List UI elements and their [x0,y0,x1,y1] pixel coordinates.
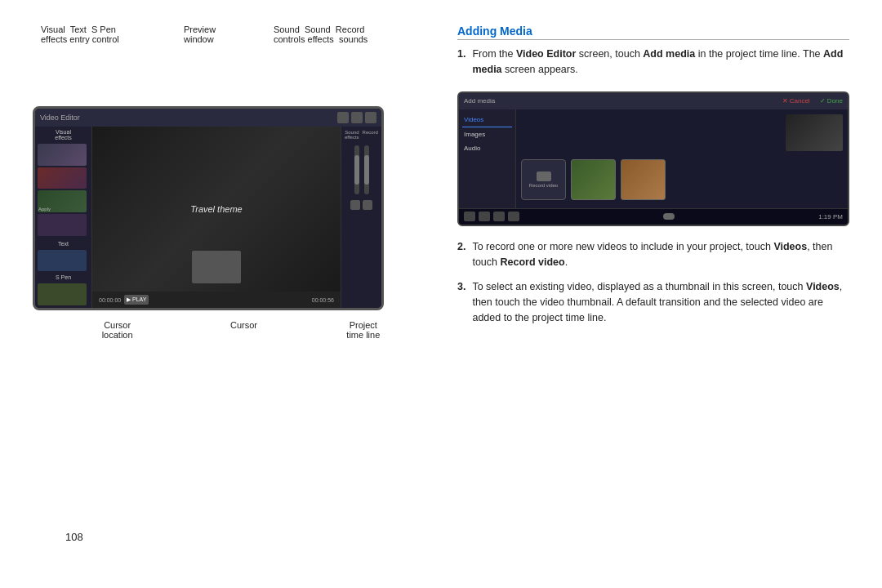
num-3: 3. [457,279,466,327]
volume-slider-2[interactable] [364,145,369,194]
screen-top-bar: Video Editor [35,109,381,127]
instruction-2: 2. To record one or more new videos to i… [457,239,849,271]
am-done-button[interactable]: ✓ Done [820,97,843,105]
tablet-screen: Video Editor Visualeffects [33,106,384,310]
thumb-2 [38,167,87,189]
section-title: Adding Media [457,24,849,40]
mic-icon [350,200,360,210]
preview-image-hint [192,251,241,283]
preview-controls: 00:00:00 ▶ PLAY 00:00:56 [92,292,341,308]
sound-label: Soundeffects [345,130,359,140]
page-number: 108 [65,531,83,543]
label-cursor-location: Cursor location [102,320,133,340]
label-sound-controls: Sound Sound Recordcontrols effects sound… [274,24,368,44]
app-title: Video Editor [40,114,334,122]
icon2 [351,112,363,123]
am-video-thumb-2[interactable] [621,159,666,200]
am-sidebar: Videos Images Audio [459,109,516,208]
volume-slider-1[interactable] [354,145,359,194]
am-record-video-button[interactable]: Record video [521,159,566,200]
am-top-section [521,114,843,151]
label-project-timeline: Project time line [346,320,380,340]
screen-right-panel: Soundeffects Record [341,127,381,308]
am-selected-preview [786,114,843,151]
right-icons [350,200,372,210]
sliders-row [354,145,369,194]
camera-icon [537,172,551,181]
am-videos-grid: Record video [521,159,843,200]
am-nav-recent[interactable] [493,212,505,221]
am-video-thumb-1[interactable] [571,159,616,200]
am-content: Videos Images Audio [459,109,848,208]
icon1 [337,112,349,123]
am-status-left [464,212,519,221]
preview-area: Travel theme [92,127,341,292]
thumb-3: Apply [38,190,87,212]
am-status-time: 1:19 PM [818,213,843,220]
cursor-line1: Cursor [230,320,257,330]
am-sidebar-images[interactable]: Images [462,127,512,141]
thumb-3-label: Apply [38,207,51,212]
instructions-list: 1. From the Video Editor screen, touch A… [457,47,849,327]
am-nav-screen[interactable] [508,212,519,221]
project-timeline-line1: Project [350,320,377,330]
play-button[interactable]: ▶ PLAY [124,295,149,305]
label-visual-effects: Visual Text S Peneffects entry control [41,24,119,44]
thumb-spen [38,283,87,305]
thumb-text [38,250,87,272]
project-timeline-line2: time line [346,330,380,340]
diagram-wrapper: Visual Text S Peneffects entry control P… [33,24,425,340]
thumb-1 [38,144,87,166]
record-label: Record [363,130,378,140]
top-icons [337,112,376,123]
instruction-3: 3. To select an existing video, displaye… [457,279,849,327]
add-media-screen: Add media ✕ Cancel ✓ Done Videos Images … [457,91,849,226]
am-record-label: Record video [529,183,558,188]
instruction-1: 1. From the Video Editor screen, touch A… [457,47,849,78]
thumb-4 [38,214,87,236]
preview-title: Travel theme [190,204,242,214]
cursor-location-line1: Cursor [104,320,131,330]
am-main: Record video [516,109,848,208]
left-column: Visual Text S Peneffects entry control P… [33,24,425,564]
label-cursor: Cursor [230,320,257,340]
instruction-3-text: To select an existing video, displayed a… [472,279,849,327]
am-cancel-button[interactable]: ✕ Cancel [782,97,810,105]
time-end: 00:00:56 [312,297,334,303]
am-sidebar-audio[interactable]: Audio [462,141,512,155]
am-status-bar: 1:19 PM [459,208,848,225]
right-column: Adding Media 1. From the Video Editor sc… [457,24,849,564]
label-preview-window: Previewwindow [184,24,216,44]
icon3 [365,112,376,123]
adding-media-section: Adding Media 1. From the Video Editor sc… [457,24,849,327]
am-sidebar-videos[interactable]: Videos [462,113,512,127]
time-start: 00:00:00 [99,297,121,303]
right-labels: Soundeffects Record [345,130,378,140]
num-1: 1. [457,47,466,78]
timeline-area: Travel 190.8 + Add media [35,308,381,310]
instruction-2-text: To record one or more new videos to incl… [472,239,849,271]
am-status-center [663,213,675,220]
am-nav-back[interactable] [464,212,475,221]
screen-sidebar: Visualeffects Apply [35,127,92,308]
am-title: Add media [464,97,779,105]
am-top-bar: Add media ✕ Cancel ✓ Done [459,93,848,109]
sidebar-text-label: Text [38,241,89,247]
instruction-1-text: From the Video Editor screen, touch Add … [472,47,849,78]
screen-main: Travel theme 00:00:00 ▶ PLAY 00:00:56 [92,127,341,308]
screen-content: Visualeffects Apply [35,127,381,308]
cursor-location-line2: location [102,330,133,340]
num-2: 2. [457,239,466,271]
am-nav-home[interactable] [479,212,490,221]
speaker-icon [363,200,372,210]
sidebar-visual-label: Visualeffects [38,129,89,140]
sidebar-spen-label: S Pen [38,274,89,280]
